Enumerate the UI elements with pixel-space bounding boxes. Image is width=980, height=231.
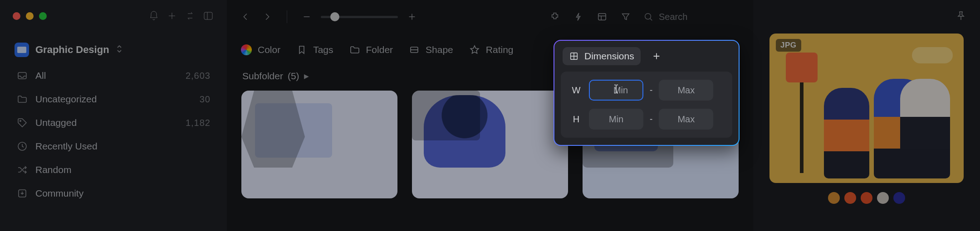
library-name: Graphic Design bbox=[35, 44, 109, 56]
library-icon bbox=[15, 43, 29, 57]
sidebar-item-label: Uncategorized bbox=[35, 94, 192, 105]
download-icon bbox=[16, 188, 28, 199]
range-separator: - bbox=[650, 114, 652, 124]
shape-icon bbox=[408, 44, 420, 56]
library-switcher[interactable]: Graphic Design bbox=[0, 32, 227, 62]
pin-icon[interactable] bbox=[956, 10, 966, 24]
zoom-slider-thumb[interactable] bbox=[330, 12, 339, 21]
clock-icon bbox=[16, 140, 28, 152]
sidebar: Graphic Design All 2,603 Uncategorized 3… bbox=[0, 0, 227, 231]
svg-point-6 bbox=[645, 14, 651, 19]
sidebar-item-recently-used[interactable]: Recently Used bbox=[8, 136, 219, 157]
search-input[interactable] bbox=[659, 12, 740, 22]
bookmark-icon bbox=[296, 44, 308, 56]
thumbnail-item[interactable] bbox=[241, 91, 397, 198]
folder-icon bbox=[349, 44, 361, 56]
subfolder-count: (5) bbox=[288, 71, 299, 82]
dimensions-width-row: W Min - Max bbox=[570, 80, 723, 101]
text-cursor-icon bbox=[612, 84, 620, 97]
color-swatches bbox=[753, 183, 980, 204]
sidebar-item-community[interactable]: Community bbox=[8, 183, 219, 204]
plus-icon bbox=[652, 51, 662, 61]
window-maximize-button[interactable] bbox=[39, 12, 47, 20]
width-max-input[interactable]: Max bbox=[659, 80, 713, 101]
sidebar-item-all[interactable]: All 2,603 bbox=[8, 65, 219, 86]
window-minimize-button[interactable] bbox=[26, 12, 34, 20]
thumbnail-item[interactable] bbox=[412, 91, 568, 198]
sync-icon[interactable] bbox=[184, 10, 196, 22]
window-controls bbox=[13, 12, 47, 20]
color-swatch[interactable] bbox=[877, 192, 889, 204]
extensions-icon[interactable] bbox=[549, 11, 561, 23]
folder-x-icon bbox=[16, 93, 28, 105]
filter-rating[interactable]: Rating bbox=[469, 44, 514, 56]
chevron-right-icon: ▶ bbox=[304, 72, 309, 80]
filter-folder[interactable]: Folder bbox=[349, 44, 393, 56]
filter-shape[interactable]: Shape bbox=[408, 44, 453, 56]
color-wheel-icon bbox=[240, 44, 252, 56]
sidebar-item-count: 2,603 bbox=[186, 71, 211, 81]
color-swatch[interactable] bbox=[844, 192, 856, 204]
sidebar-item-uncategorized[interactable]: Uncategorized 30 bbox=[8, 89, 219, 110]
placeholder-text: Max bbox=[677, 114, 695, 125]
toolbar-separator bbox=[287, 10, 287, 23]
nav-back-icon[interactable] bbox=[240, 11, 251, 23]
width-min-input[interactable]: Min bbox=[589, 80, 643, 101]
sidebar-list: All 2,603 Uncategorized 30 Untagged 1,18… bbox=[0, 62, 227, 204]
window-titlebar bbox=[0, 0, 227, 32]
dimensions-chip[interactable]: Dimensions bbox=[563, 47, 641, 65]
height-max-input[interactable]: Max bbox=[659, 109, 713, 130]
width-label: W bbox=[570, 85, 583, 96]
filter-icon[interactable] bbox=[620, 11, 632, 23]
add-icon[interactable] bbox=[166, 10, 178, 22]
svg-rect-5 bbox=[598, 14, 606, 20]
placeholder-text: Min bbox=[609, 114, 623, 125]
dimensions-body: W Min - Max H Min - Max bbox=[561, 72, 732, 138]
window-close-button[interactable] bbox=[13, 12, 20, 20]
zoom-slider[interactable] bbox=[321, 16, 398, 18]
sidebar-item-untagged[interactable]: Untagged 1,182 bbox=[8, 112, 219, 133]
search-icon bbox=[643, 12, 653, 22]
notifications-icon[interactable] bbox=[148, 10, 160, 22]
height-label: H bbox=[570, 114, 583, 125]
svg-rect-0 bbox=[204, 12, 212, 19]
subfolder-label: Subfolder bbox=[242, 71, 283, 82]
add-filter-button[interactable] bbox=[650, 49, 663, 63]
sidebar-item-label: All bbox=[35, 70, 178, 81]
svg-rect-1 bbox=[18, 72, 26, 79]
search-box[interactable] bbox=[643, 12, 740, 22]
sidebar-item-label: Community bbox=[35, 188, 203, 199]
svg-point-2 bbox=[20, 120, 21, 122]
zoom-out-icon[interactable] bbox=[301, 11, 313, 23]
color-swatch[interactable] bbox=[893, 192, 905, 204]
placeholder-text: Max bbox=[677, 85, 695, 96]
dimensions-height-row: H Min - Max bbox=[570, 109, 723, 130]
layout-icon[interactable] bbox=[596, 11, 608, 23]
inspector-panel: JPG bbox=[753, 0, 980, 231]
sidebar-item-label: Untagged bbox=[35, 117, 178, 128]
filter-label: Rating bbox=[486, 44, 514, 55]
main-toolbar bbox=[227, 0, 753, 34]
filter-label: Tags bbox=[313, 44, 333, 55]
star-icon bbox=[469, 44, 480, 56]
shuffle-icon bbox=[16, 164, 28, 176]
height-min-input[interactable]: Min bbox=[589, 109, 643, 130]
color-swatch[interactable] bbox=[828, 192, 840, 204]
filter-label: Shape bbox=[426, 44, 453, 55]
zoom-control bbox=[301, 11, 418, 23]
chevron-up-down-icon bbox=[116, 44, 123, 56]
color-swatch[interactable] bbox=[861, 192, 872, 204]
sidebar-item-count: 30 bbox=[200, 94, 211, 105]
zoom-in-icon[interactable] bbox=[406, 11, 418, 23]
actions-icon[interactable] bbox=[573, 11, 584, 23]
sidebar-item-random[interactable]: Random bbox=[8, 159, 219, 180]
toggle-sidebar-icon[interactable] bbox=[202, 10, 214, 22]
filter-color[interactable]: Color bbox=[240, 44, 280, 56]
nav-forward-icon[interactable] bbox=[261, 11, 273, 23]
dimensions-popover: Dimensions W Min - Max H Min bbox=[554, 40, 740, 146]
sidebar-item-label: Random bbox=[35, 164, 203, 175]
sidebar-item-label: Recently Used bbox=[35, 141, 203, 152]
filter-tags[interactable]: Tags bbox=[296, 44, 333, 56]
preview-image[interactable]: JPG bbox=[769, 34, 964, 183]
format-badge: JPG bbox=[776, 39, 801, 52]
